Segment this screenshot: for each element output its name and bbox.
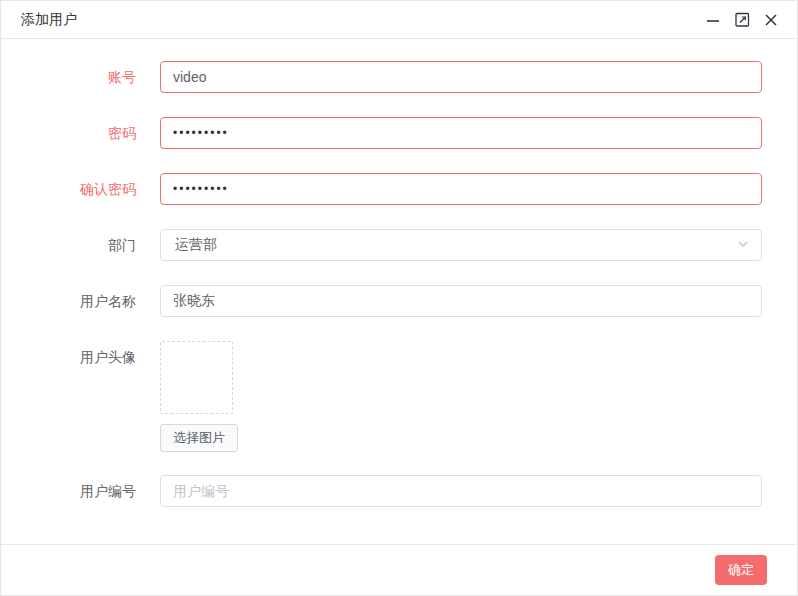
avatar-label: 用户头像 bbox=[1, 341, 136, 452]
password-field[interactable] bbox=[160, 117, 762, 149]
department-select-value: 运营部 bbox=[175, 236, 217, 254]
dialog-title: 添加用户 bbox=[21, 11, 77, 29]
form-row-confirm-password: 确认密码 bbox=[1, 173, 797, 205]
chevron-down-icon bbox=[737, 238, 749, 250]
close-icon[interactable] bbox=[763, 12, 779, 28]
add-user-form: 账号 密码 确认密码 部门 运营部 bbox=[1, 39, 797, 507]
department-select[interactable]: 运营部 bbox=[160, 229, 762, 261]
choose-image-button[interactable]: 选择图片 bbox=[160, 424, 238, 452]
confirm-password-label: 确认密码 bbox=[1, 173, 136, 205]
close-icon bbox=[764, 13, 778, 27]
password-label: 密码 bbox=[1, 117, 136, 149]
maximize-icon bbox=[735, 12, 750, 27]
confirm-password-field[interactable] bbox=[160, 173, 762, 205]
form-row-username: 用户名称 bbox=[1, 285, 797, 317]
titlebar: 添加用户 bbox=[1, 1, 797, 39]
add-user-dialog: 添加用户 账 bbox=[0, 0, 798, 596]
department-label: 部门 bbox=[1, 229, 136, 261]
avatar-upload-dropzone[interactable] bbox=[160, 341, 233, 414]
form-row-avatar: 用户头像 选择图片 bbox=[1, 341, 797, 452]
window-controls bbox=[705, 12, 779, 28]
confirm-button[interactable]: 确定 bbox=[715, 555, 767, 585]
account-label: 账号 bbox=[1, 61, 136, 93]
account-field[interactable] bbox=[160, 61, 762, 93]
form-row-department: 部门 运营部 bbox=[1, 229, 797, 261]
minimize-icon bbox=[706, 13, 720, 27]
maximize-icon[interactable] bbox=[734, 12, 750, 28]
user-number-label: 用户编号 bbox=[1, 475, 136, 507]
minimize-icon[interactable] bbox=[705, 12, 721, 28]
user-number-field[interactable] bbox=[160, 475, 762, 507]
username-label: 用户名称 bbox=[1, 285, 136, 317]
username-field[interactable] bbox=[160, 285, 762, 317]
form-row-password: 密码 bbox=[1, 117, 797, 149]
dialog-footer: 确定 bbox=[1, 544, 797, 595]
form-row-account: 账号 bbox=[1, 61, 797, 93]
form-row-user-number: 用户编号 bbox=[1, 475, 797, 507]
